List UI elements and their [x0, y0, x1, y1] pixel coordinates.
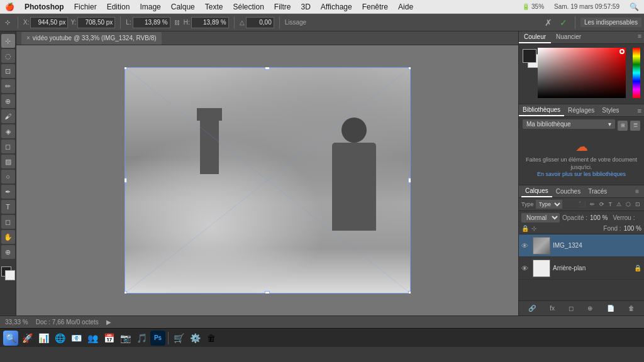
lasso-tool[interactable]: ◌	[1, 49, 15, 63]
taskbar-trash[interactable]: 🗑	[204, 331, 219, 346]
taskbar-mail[interactable]: 📧	[69, 331, 84, 346]
taskbar-settings[interactable]: ⚙️	[187, 331, 203, 346]
crop-tool[interactable]: ⊡	[1, 64, 15, 78]
angle-input[interactable]	[246, 17, 274, 28]
layer-icon-7[interactable]: ⊡	[634, 200, 641, 208]
fg-bg-color[interactable]	[1, 266, 15, 280]
taskbar-appstore[interactable]: 🛒	[171, 331, 186, 346]
workspace-dropdown[interactable]: Les indispensables	[580, 18, 641, 27]
x-input[interactable]	[30, 17, 68, 28]
link-layers-button[interactable]: 🔗	[527, 304, 537, 313]
fg-color-swatch[interactable]	[523, 49, 536, 63]
menu-texte[interactable]: Texte	[205, 3, 223, 11]
layers-panel-menu[interactable]: ≡	[633, 187, 641, 196]
menu-selection[interactable]: Sélection	[233, 3, 264, 11]
color-panel-tabs: Couleur Nuancier ≡	[519, 31, 644, 44]
lib-grid-view-button[interactable]: ⊞	[618, 121, 628, 131]
dodge-tool[interactable]: ○	[1, 170, 15, 184]
lock-pos-icon[interactable]: ⊹	[531, 225, 536, 232]
layer-effects-button[interactable]: fx	[548, 304, 556, 313]
lock-icon[interactable]: 🔒	[521, 225, 529, 232]
taskbar-photos[interactable]: 📷	[118, 331, 133, 346]
color-panel-menu[interactable]: ≡	[635, 31, 644, 43]
shape-tool[interactable]: ◻	[1, 215, 15, 229]
taskbar-launchpad[interactable]: 🚀	[19, 331, 35, 346]
layer-name: Arrière-plan	[553, 265, 631, 272]
taskbar-safari[interactable]: 🌐	[52, 331, 67, 346]
confirm-transform-button[interactable]: ✓	[557, 16, 570, 29]
document-tab[interactable]: × vidéo youtube @ 33,3% (IMG_1324, RVB/8…	[21, 32, 162, 45]
tab-traces[interactable]: Tracés	[584, 186, 611, 197]
text-tool[interactable]: T	[1, 200, 15, 214]
tab-couches[interactable]: Couches	[552, 186, 584, 197]
hand-tool[interactable]: ✋	[1, 230, 15, 244]
menu-filtre[interactable]: Filtre	[274, 3, 291, 11]
lib-list-view-button[interactable]: ☰	[630, 121, 640, 131]
search-icon[interactable]: 🔍	[630, 3, 639, 11]
h-input[interactable]	[191, 17, 229, 28]
menu-affichage[interactable]: Affichage	[321, 3, 352, 11]
layer-row[interactable]: 👁 Arrière-plan 🔒	[519, 257, 644, 280]
layer-filter-dropdown[interactable]: Type	[536, 200, 562, 209]
tab-close-button[interactable]: ×	[26, 35, 30, 41]
new-layer-button[interactable]: 📄	[606, 304, 616, 313]
tab-nuancier[interactable]: Nuancier	[551, 31, 586, 43]
tab-styles[interactable]: Styles	[598, 105, 623, 116]
eraser-tool[interactable]: ◻	[1, 140, 15, 153]
datetime: Sam. 19 mars 09:57:59	[554, 3, 619, 10]
status-arrow-button[interactable]: ▶	[106, 319, 111, 326]
selection-tool[interactable]: ⊹	[1, 34, 15, 48]
color-spectrum-bar[interactable]	[633, 48, 640, 98]
taskbar-finder[interactable]: 🔍	[3, 331, 18, 346]
menu-fichier[interactable]: Fichier	[74, 3, 97, 11]
layer-thumbnail	[533, 260, 550, 277]
taskbar-dashboard[interactable]: 📊	[36, 331, 51, 346]
layer-icon-6[interactable]: ⬡	[625, 200, 632, 208]
layer-icon-2[interactable]: ✏	[589, 200, 596, 208]
menu-edition[interactable]: Edition	[107, 3, 130, 11]
w-input[interactable]	[133, 17, 170, 28]
tab-couleur[interactable]: Couleur	[519, 31, 551, 43]
tab-reglages[interactable]: Réglages	[564, 105, 598, 116]
menu-aide[interactable]: Aide	[398, 3, 413, 11]
layer-mask-button[interactable]: ◻	[567, 304, 575, 313]
layer-icon-4[interactable]: T	[608, 200, 614, 208]
layer-icon-1[interactable]: ⬛	[577, 200, 587, 208]
pen-tool[interactable]: ✒	[1, 185, 15, 199]
brush-tool[interactable]: 🖌	[1, 109, 15, 123]
layer-visibility-toggle[interactable]: 👁	[521, 242, 530, 250]
library-dropdown[interactable]: Ma bibliothèque ▾	[523, 119, 615, 129]
taskbar-photoshop[interactable]: Ps	[150, 331, 165, 346]
zoom-tool[interactable]: ⊕	[1, 245, 15, 259]
menu-3d[interactable]: 3D	[301, 3, 311, 11]
eyedropper-tool[interactable]: ✏	[1, 79, 15, 93]
layer-visibility-toggle[interactable]: 👁	[521, 265, 530, 272]
tab-bibliotheques[interactable]: Bibliothèques	[519, 104, 564, 116]
y-input[interactable]	[77, 17, 115, 28]
menu-image[interactable]: Image	[140, 3, 160, 11]
menu-fenetre[interactable]: Fenêtre	[362, 3, 388, 11]
new-fill-layer-button[interactable]: ⊕	[586, 304, 594, 313]
gradient-tool[interactable]: ▨	[1, 155, 15, 168]
layer-row[interactable]: 👁 IMG_1324	[519, 234, 644, 257]
color-picker-gradient[interactable]	[538, 48, 626, 98]
taskbar-itunes[interactable]: 🎵	[134, 331, 149, 346]
lib-learn-more-link[interactable]: En savoir plus sur les bibliothèques	[537, 171, 626, 177]
layer-icon-3[interactable]: ⟳	[598, 200, 606, 208]
blend-mode-dropdown[interactable]: Normal	[521, 213, 560, 222]
lib-panel-menu[interactable]: ≡	[635, 106, 644, 116]
layer-icon-5[interactable]: ⚠	[615, 200, 623, 208]
move-tool-icon[interactable]: ⊹	[3, 18, 13, 27]
cancel-transform-button[interactable]: ✗	[542, 16, 555, 29]
taskbar-calendar[interactable]: 📅	[101, 331, 116, 346]
apple-menu[interactable]: 🍎	[5, 3, 14, 11]
link-wh-button[interactable]: ⛓	[173, 19, 181, 26]
menu-calque[interactable]: Calque	[171, 3, 195, 11]
delete-layer-button[interactable]: 🗑	[627, 304, 636, 313]
canvas-wrapper[interactable]	[16, 45, 518, 315]
heal-tool[interactable]: ⊕	[1, 94, 15, 108]
taskbar-contacts[interactable]: 👥	[85, 331, 100, 346]
fill-value: 100 %	[624, 225, 641, 232]
tab-calques[interactable]: Calques	[521, 185, 552, 197]
stamp-tool[interactable]: ◈	[1, 124, 15, 138]
